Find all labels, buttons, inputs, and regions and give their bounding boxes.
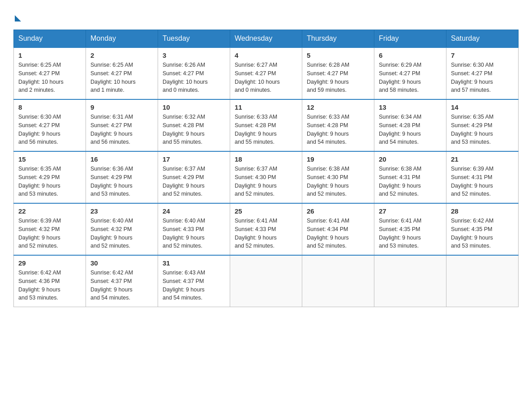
calendar-day-cell: 13Sunrise: 6:34 AMSunset: 4:28 PMDayligh… xyxy=(374,99,446,151)
sunrise-text: Sunrise: 6:37 AM xyxy=(163,165,225,173)
sunset-text: Sunset: 4:28 PM xyxy=(235,121,297,130)
day-info: Sunrise: 6:35 AMSunset: 4:29 PMDaylight:… xyxy=(18,165,81,198)
calendar-day-cell: 14Sunrise: 6:35 AMSunset: 4:29 PMDayligh… xyxy=(446,99,519,151)
sunset-text: Sunset: 4:28 PM xyxy=(379,121,442,130)
calendar-day-cell: 4Sunrise: 6:27 AMSunset: 4:27 PMDaylight… xyxy=(230,47,302,99)
calendar-day-cell: 8Sunrise: 6:30 AMSunset: 4:27 PMDaylight… xyxy=(14,99,86,151)
day-number: 30 xyxy=(90,259,153,267)
sunrise-text: Sunrise: 6:39 AM xyxy=(18,217,81,225)
sunrise-text: Sunrise: 6:43 AM xyxy=(163,269,225,277)
weekday-header-thursday: Thursday xyxy=(302,30,374,48)
sunrise-text: Sunrise: 6:41 AM xyxy=(379,217,442,225)
daylight-text: Daylight: 9 hours xyxy=(379,78,442,86)
sunset-text: Sunset: 4:27 PM xyxy=(379,69,442,78)
calendar-day-cell xyxy=(302,255,374,307)
sunrise-text: Sunrise: 6:25 AM xyxy=(18,61,81,69)
day-info: Sunrise: 6:30 AMSunset: 4:27 PMDaylight:… xyxy=(18,113,81,146)
sunrise-text: Sunrise: 6:33 AM xyxy=(307,113,369,121)
daylight-minutes-text: and 52 minutes. xyxy=(379,190,442,198)
sunrise-text: Sunrise: 6:38 AM xyxy=(307,165,369,173)
calendar-day-cell: 12Sunrise: 6:33 AMSunset: 4:28 PMDayligh… xyxy=(302,99,374,151)
daylight-text: Daylight: 9 hours xyxy=(90,130,153,138)
calendar-day-cell xyxy=(374,255,446,307)
day-number: 17 xyxy=(163,155,225,163)
daylight-minutes-text: and 55 minutes. xyxy=(163,138,225,146)
sunset-text: Sunset: 4:27 PM xyxy=(307,69,369,78)
sunset-text: Sunset: 4:28 PM xyxy=(307,121,369,130)
sunrise-text: Sunrise: 6:35 AM xyxy=(18,165,81,173)
logo-arrow-icon xyxy=(15,15,21,21)
weekday-header-monday: Monday xyxy=(86,30,158,48)
calendar-day-cell: 2Sunrise: 6:25 AMSunset: 4:27 PMDaylight… xyxy=(86,47,158,99)
calendar-week-row: 15Sunrise: 6:35 AMSunset: 4:29 PMDayligh… xyxy=(14,151,519,203)
sunrise-text: Sunrise: 6:42 AM xyxy=(18,269,81,277)
daylight-minutes-text: and 53 minutes. xyxy=(18,190,81,198)
day-info: Sunrise: 6:35 AMSunset: 4:29 PMDaylight:… xyxy=(451,113,514,146)
sunset-text: Sunset: 4:29 PM xyxy=(90,173,153,182)
sunrise-text: Sunrise: 6:41 AM xyxy=(235,217,297,225)
sunrise-text: Sunrise: 6:40 AM xyxy=(90,217,153,225)
sunset-text: Sunset: 4:27 PM xyxy=(18,121,81,130)
sunset-text: Sunset: 4:31 PM xyxy=(379,173,442,182)
calendar-day-cell: 11Sunrise: 6:33 AMSunset: 4:28 PMDayligh… xyxy=(230,99,302,151)
day-info: Sunrise: 6:31 AMSunset: 4:27 PMDaylight:… xyxy=(90,113,153,146)
calendar-day-cell: 18Sunrise: 6:37 AMSunset: 4:30 PMDayligh… xyxy=(230,151,302,203)
daylight-minutes-text: and 0 minutes. xyxy=(235,86,297,94)
day-number: 7 xyxy=(451,51,514,59)
day-info: Sunrise: 6:27 AMSunset: 4:27 PMDaylight:… xyxy=(235,61,297,94)
sunset-text: Sunset: 4:32 PM xyxy=(18,225,81,234)
day-info: Sunrise: 6:25 AMSunset: 4:27 PMDaylight:… xyxy=(90,61,153,94)
page-header xyxy=(13,13,519,21)
calendar-day-cell: 3Sunrise: 6:26 AMSunset: 4:27 PMDaylight… xyxy=(158,47,230,99)
daylight-minutes-text: and 54 minutes. xyxy=(307,138,369,146)
day-number: 12 xyxy=(307,103,369,111)
daylight-text: Daylight: 10 hours xyxy=(18,78,81,86)
sunset-text: Sunset: 4:27 PM xyxy=(90,69,153,78)
calendar-day-cell: 16Sunrise: 6:36 AMSunset: 4:29 PMDayligh… xyxy=(86,151,158,203)
daylight-text: Daylight: 9 hours xyxy=(307,182,369,190)
daylight-minutes-text: and 52 minutes. xyxy=(307,242,369,250)
sunset-text: Sunset: 4:28 PM xyxy=(163,121,225,130)
daylight-minutes-text: and 52 minutes. xyxy=(90,242,153,250)
day-number: 8 xyxy=(18,103,81,111)
weekday-header-saturday: Saturday xyxy=(446,30,519,48)
day-info: Sunrise: 6:38 AMSunset: 4:31 PMDaylight:… xyxy=(379,165,442,198)
sunset-text: Sunset: 4:33 PM xyxy=(235,225,297,234)
day-info: Sunrise: 6:41 AMSunset: 4:34 PMDaylight:… xyxy=(307,217,369,250)
day-info: Sunrise: 6:32 AMSunset: 4:28 PMDaylight:… xyxy=(163,113,225,146)
day-number: 5 xyxy=(307,51,369,59)
logo xyxy=(13,13,21,21)
day-number: 6 xyxy=(379,51,442,59)
day-number: 27 xyxy=(379,207,442,215)
weekday-header-row: SundayMondayTuesdayWednesdayThursdayFrid… xyxy=(14,30,519,48)
daylight-minutes-text: and 54 minutes. xyxy=(379,138,442,146)
day-info: Sunrise: 6:33 AMSunset: 4:28 PMDaylight:… xyxy=(235,113,297,146)
day-number: 24 xyxy=(163,207,225,215)
day-info: Sunrise: 6:33 AMSunset: 4:28 PMDaylight:… xyxy=(307,113,369,146)
daylight-text: Daylight: 9 hours xyxy=(451,234,514,242)
weekday-header-tuesday: Tuesday xyxy=(158,30,230,48)
daylight-minutes-text: and 56 minutes. xyxy=(90,138,153,146)
sunset-text: Sunset: 4:29 PM xyxy=(18,173,81,182)
day-number: 19 xyxy=(307,155,369,163)
sunrise-text: Sunrise: 6:41 AM xyxy=(307,217,369,225)
sunset-text: Sunset: 4:27 PM xyxy=(18,69,81,78)
day-info: Sunrise: 6:42 AMSunset: 4:35 PMDaylight:… xyxy=(451,217,514,250)
day-info: Sunrise: 6:36 AMSunset: 4:29 PMDaylight:… xyxy=(90,165,153,198)
day-info: Sunrise: 6:29 AMSunset: 4:27 PMDaylight:… xyxy=(379,61,442,94)
sunrise-text: Sunrise: 6:30 AM xyxy=(451,61,514,69)
daylight-text: Daylight: 9 hours xyxy=(307,78,369,86)
calendar-day-cell: 21Sunrise: 6:39 AMSunset: 4:31 PMDayligh… xyxy=(446,151,519,203)
daylight-minutes-text: and 54 minutes. xyxy=(163,294,225,302)
calendar-day-cell: 30Sunrise: 6:42 AMSunset: 4:37 PMDayligh… xyxy=(86,255,158,307)
sunset-text: Sunset: 4:27 PM xyxy=(451,69,514,78)
day-number: 2 xyxy=(90,51,153,59)
daylight-text: Daylight: 9 hours xyxy=(235,130,297,138)
sunrise-text: Sunrise: 6:26 AM xyxy=(163,61,225,69)
daylight-text: Daylight: 9 hours xyxy=(307,234,369,242)
sunrise-text: Sunrise: 6:40 AM xyxy=(163,217,225,225)
sunset-text: Sunset: 4:32 PM xyxy=(90,225,153,234)
logo-top xyxy=(13,13,21,21)
daylight-text: Daylight: 9 hours xyxy=(90,234,153,242)
day-info: Sunrise: 6:42 AMSunset: 4:36 PMDaylight:… xyxy=(18,269,81,302)
